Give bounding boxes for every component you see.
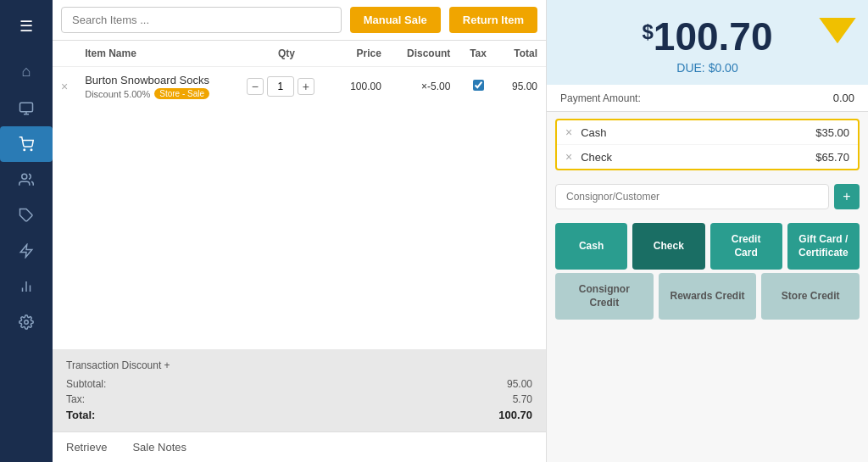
consignor-credit-button[interactable]: ConsignorCredit xyxy=(555,273,654,320)
transaction-discount-label: Transaction Discount + xyxy=(66,359,170,371)
payment-line-cash: × Cash $35.00 xyxy=(557,120,858,145)
sale-notes-button[interactable]: Sale Notes xyxy=(132,441,186,454)
total-label: Total: xyxy=(66,409,95,421)
tax-checkbox[interactable] xyxy=(473,80,484,91)
col-header-item-name: Item Name xyxy=(76,41,238,67)
main-content: Manual Sale Return Item Item Name Qty Pr… xyxy=(53,0,546,462)
col-header-qty: Qty xyxy=(238,41,335,67)
col-header-total: Total xyxy=(498,41,546,67)
sidebar-icon-chart[interactable] xyxy=(0,269,53,304)
down-arrow-icon xyxy=(815,7,860,54)
total-dollar-sign: $ xyxy=(642,20,653,44)
sidebar-icon-settings[interactable] xyxy=(0,304,53,340)
total-row: Total: 100.70 xyxy=(66,409,532,421)
item-total: 95.00 xyxy=(498,67,546,107)
top-bar: Manual Sale Return Item xyxy=(53,0,546,41)
tax-row: Tax: 5.70 xyxy=(66,393,532,405)
sidebar-icon-monitor[interactable] xyxy=(0,91,53,126)
subtotal-row: Subtotal: 95.00 xyxy=(66,378,532,390)
consignor-input[interactable] xyxy=(555,184,829,209)
qty-control: − + xyxy=(247,76,326,97)
svg-marker-12 xyxy=(819,18,855,43)
consignor-row: + xyxy=(555,184,860,209)
bottom-actions: Retrieve Sale Notes xyxy=(53,431,546,462)
rewards-credit-button[interactable]: Rewards Credit xyxy=(659,273,757,320)
store-credit-button[interactable]: Store Credit xyxy=(761,273,860,320)
search-input[interactable] xyxy=(61,7,342,33)
payment-amount-label: Payment Amount: xyxy=(560,92,641,104)
check-button[interactable]: Check xyxy=(632,223,704,270)
transaction-discount-row[interactable]: Transaction Discount + xyxy=(66,359,532,371)
items-table: Item Name Qty Price Discount Tax Total ×… xyxy=(53,41,546,106)
cash-button[interactable]: Cash xyxy=(555,223,627,270)
subtotal-label: Subtotal: xyxy=(66,378,106,390)
sidebar: ☰ ⌂ xyxy=(0,0,53,462)
sidebar-icon-bolt[interactable] xyxy=(0,233,53,269)
subtotal-value: 95.00 xyxy=(507,378,532,390)
tax-value: 5.70 xyxy=(513,393,532,405)
check-payment-name: Check xyxy=(581,151,815,164)
return-item-button[interactable]: Return Item xyxy=(449,7,537,33)
credit-card-button[interactable]: CreditCard xyxy=(710,223,782,270)
payment-line-check: × Check $65.70 xyxy=(557,145,858,169)
total-value: 100.70 xyxy=(498,409,532,421)
right-panel: $ 100.70 DUE: $0.00 Payment Amount: × Ca… xyxy=(546,0,868,462)
item-name: Burton Snowboard Socks xyxy=(85,74,230,86)
payment-amount-input[interactable] xyxy=(787,92,854,104)
consignor-add-button[interactable]: + xyxy=(834,184,860,209)
payment-buttons-row2: ConsignorCredit Rewards Credit Store Cre… xyxy=(547,273,868,328)
svg-point-5 xyxy=(22,174,27,179)
payment-lines: × Cash $35.00 × Check $65.70 xyxy=(555,119,860,170)
payment-amount-row: Payment Amount: xyxy=(547,85,868,112)
total-display: $ 100.70 DUE: $0.00 xyxy=(547,0,868,85)
col-header-discount: Discount xyxy=(390,41,459,67)
col-header-price: Price xyxy=(335,41,390,67)
sidebar-icon-tags[interactable] xyxy=(0,198,53,233)
tax-label: Tax: xyxy=(66,393,85,405)
remove-cash-button[interactable]: × xyxy=(565,125,572,139)
qty-input[interactable] xyxy=(267,76,294,97)
manual-sale-button[interactable]: Manual Sale xyxy=(350,7,441,33)
qty-increase-button[interactable]: + xyxy=(298,78,314,95)
item-price: 100.00 xyxy=(335,67,390,107)
menu-button[interactable]: ☰ xyxy=(11,8,42,44)
total-amount: 100.70 xyxy=(654,14,773,59)
col-header-tax: Tax xyxy=(459,41,497,67)
svg-marker-7 xyxy=(20,245,32,258)
total-display-inner: $ 100.70 DUE: $0.00 xyxy=(564,14,851,75)
retrieve-button[interactable]: Retrieve xyxy=(66,441,107,454)
cash-payment-amount: $35.00 xyxy=(815,126,849,139)
payment-buttons-row1: Cash Check CreditCard Gift Card /Certifi… xyxy=(547,216,868,273)
sidebar-icon-cart[interactable] xyxy=(0,126,53,162)
sidebar-icon-users[interactable] xyxy=(0,162,53,198)
cash-payment-name: Cash xyxy=(581,126,815,139)
store-sale-badge: Store - Sale xyxy=(154,88,209,99)
item-discount-value: ×-5.00 xyxy=(390,67,459,107)
item-discount-label: Discount 5.00% xyxy=(85,89,150,99)
table-row: × Burton Snowboard Socks Discount 5.00% … xyxy=(53,67,546,107)
qty-decrease-button[interactable]: − xyxy=(247,78,264,95)
items-area: Item Name Qty Price Discount Tax Total ×… xyxy=(53,41,546,349)
check-payment-amount: $65.70 xyxy=(815,151,849,164)
due-amount: DUE: $0.00 xyxy=(564,61,851,75)
remove-check-button[interactable]: × xyxy=(565,150,572,164)
item-remove-button[interactable]: × xyxy=(61,80,68,93)
summary-area: Transaction Discount + Subtotal: 95.00 T… xyxy=(53,349,546,431)
item-discount-line: Discount 5.00% Store - Sale xyxy=(85,88,230,99)
svg-point-4 xyxy=(31,149,32,151)
sidebar-icon-home[interactable]: ⌂ xyxy=(0,53,53,91)
svg-rect-0 xyxy=(20,103,33,112)
gift-card-button[interactable]: Gift Card /Certificate xyxy=(787,223,860,270)
svg-point-3 xyxy=(24,149,25,151)
svg-point-11 xyxy=(25,320,29,325)
